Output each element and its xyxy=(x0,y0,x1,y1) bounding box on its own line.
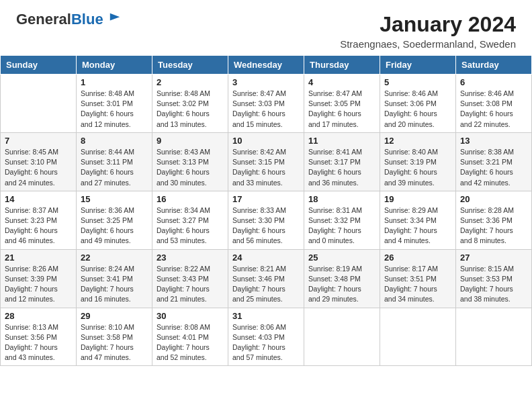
day-info: Sunrise: 8:29 AM Sunset: 3:34 PM Dayligh… xyxy=(384,205,451,246)
week-row-2: 7Sunrise: 8:45 AM Sunset: 3:10 PM Daylig… xyxy=(1,132,532,191)
week-row-1: 1Sunrise: 8:48 AM Sunset: 3:01 PM Daylig… xyxy=(1,75,532,133)
day-info: Sunrise: 8:37 AM Sunset: 3:23 PM Dayligh… xyxy=(5,205,72,246)
calendar-cell: 1Sunrise: 8:48 AM Sunset: 3:01 PM Daylig… xyxy=(77,75,152,133)
calendar-cell: 27Sunrise: 8:15 AM Sunset: 3:53 PM Dayli… xyxy=(456,249,532,308)
day-info: Sunrise: 8:06 AM Sunset: 4:03 PM Dayligh… xyxy=(232,322,300,363)
calendar-cell: 31Sunrise: 8:06 AM Sunset: 4:03 PM Dayli… xyxy=(228,308,304,366)
day-number: 31 xyxy=(232,311,300,321)
day-info: Sunrise: 8:34 AM Sunset: 3:27 PM Dayligh… xyxy=(157,205,224,246)
calendar-cell xyxy=(304,308,380,366)
day-info: Sunrise: 8:28 AM Sunset: 3:36 PM Dayligh… xyxy=(460,205,527,246)
day-number: 17 xyxy=(232,194,300,204)
week-row-4: 21Sunrise: 8:26 AM Sunset: 3:39 PM Dayli… xyxy=(1,249,532,308)
calendar-cell: 14Sunrise: 8:37 AM Sunset: 3:23 PM Dayli… xyxy=(1,191,77,249)
calendar-cell: 9Sunrise: 8:43 AM Sunset: 3:13 PM Daylig… xyxy=(152,132,228,191)
day-number: 1 xyxy=(81,77,148,87)
day-info: Sunrise: 8:33 AM Sunset: 3:30 PM Dayligh… xyxy=(232,205,300,246)
col-header-wednesday: Wednesday xyxy=(228,56,304,75)
day-info: Sunrise: 8:17 AM Sunset: 3:51 PM Dayligh… xyxy=(384,264,451,305)
calendar-cell: 18Sunrise: 8:31 AM Sunset: 3:32 PM Dayli… xyxy=(304,191,380,249)
day-info: Sunrise: 8:40 AM Sunset: 3:19 PM Dayligh… xyxy=(384,147,451,188)
col-header-monday: Monday xyxy=(77,56,152,75)
day-number: 9 xyxy=(157,136,224,146)
day-info: Sunrise: 8:26 AM Sunset: 3:39 PM Dayligh… xyxy=(5,264,72,305)
location-subtitle: Straengnaes, Soedermanland, Sweden xyxy=(340,38,516,50)
logo-blue: Blue xyxy=(71,11,103,28)
day-number: 25 xyxy=(308,253,375,263)
page-header: GeneralBlue January 2024 Straengnaes, So… xyxy=(0,0,532,55)
col-header-tuesday: Tuesday xyxy=(152,56,228,75)
day-number: 2 xyxy=(157,77,224,87)
calendar-cell xyxy=(456,308,532,366)
calendar-cell: 25Sunrise: 8:19 AM Sunset: 3:48 PM Dayli… xyxy=(304,249,380,308)
day-number: 26 xyxy=(384,253,451,263)
day-info: Sunrise: 8:24 AM Sunset: 3:41 PM Dayligh… xyxy=(81,264,148,305)
day-info: Sunrise: 8:10 AM Sunset: 3:58 PM Dayligh… xyxy=(81,322,148,363)
calendar-cell: 21Sunrise: 8:26 AM Sunset: 3:39 PM Dayli… xyxy=(1,249,77,308)
day-number: 11 xyxy=(308,136,375,146)
day-number: 3 xyxy=(232,77,300,87)
day-number: 19 xyxy=(384,194,451,204)
day-info: Sunrise: 8:45 AM Sunset: 3:10 PM Dayligh… xyxy=(5,147,72,188)
month-year-title: January 2024 xyxy=(340,12,516,37)
day-info: Sunrise: 8:15 AM Sunset: 3:53 PM Dayligh… xyxy=(460,264,527,305)
day-number: 30 xyxy=(157,311,224,321)
calendar-cell: 20Sunrise: 8:28 AM Sunset: 3:36 PM Dayli… xyxy=(456,191,532,249)
calendar-cell: 30Sunrise: 8:08 AM Sunset: 4:01 PM Dayli… xyxy=(152,308,228,366)
calendar-cell: 19Sunrise: 8:29 AM Sunset: 3:34 PM Dayli… xyxy=(380,191,456,249)
logo: GeneralBlue xyxy=(16,12,121,27)
calendar-cell xyxy=(380,308,456,366)
day-number: 13 xyxy=(460,136,527,146)
day-info: Sunrise: 8:48 AM Sunset: 3:01 PM Dayligh… xyxy=(81,89,148,130)
day-info: Sunrise: 8:38 AM Sunset: 3:21 PM Dayligh… xyxy=(460,147,527,188)
day-number: 12 xyxy=(384,136,451,146)
calendar-header-row: SundayMondayTuesdayWednesdayThursdayFrid… xyxy=(1,56,532,75)
day-number: 16 xyxy=(157,194,224,204)
day-number: 14 xyxy=(5,194,72,204)
day-info: Sunrise: 8:47 AM Sunset: 3:03 PM Dayligh… xyxy=(232,89,300,130)
day-info: Sunrise: 8:44 AM Sunset: 3:11 PM Dayligh… xyxy=(81,147,148,188)
calendar-cell: 23Sunrise: 8:22 AM Sunset: 3:43 PM Dayli… xyxy=(152,249,228,308)
day-info: Sunrise: 8:08 AM Sunset: 4:01 PM Dayligh… xyxy=(157,322,224,363)
week-row-3: 14Sunrise: 8:37 AM Sunset: 3:23 PM Dayli… xyxy=(1,191,532,249)
day-number: 21 xyxy=(5,253,72,263)
day-info: Sunrise: 8:46 AM Sunset: 3:08 PM Dayligh… xyxy=(460,89,527,130)
calendar-cell: 26Sunrise: 8:17 AM Sunset: 3:51 PM Dayli… xyxy=(380,249,456,308)
calendar-cell: 11Sunrise: 8:41 AM Sunset: 3:17 PM Dayli… xyxy=(304,132,380,191)
logo-general: General xyxy=(16,11,71,28)
day-number: 6 xyxy=(460,77,527,87)
col-header-saturday: Saturday xyxy=(456,56,532,75)
day-number: 22 xyxy=(81,253,148,263)
day-number: 7 xyxy=(5,136,72,146)
calendar-cell: 2Sunrise: 8:48 AM Sunset: 3:02 PM Daylig… xyxy=(152,75,228,133)
day-info: Sunrise: 8:36 AM Sunset: 3:25 PM Dayligh… xyxy=(81,205,148,246)
day-number: 15 xyxy=(81,194,148,204)
calendar-cell: 13Sunrise: 8:38 AM Sunset: 3:21 PM Dayli… xyxy=(456,132,532,191)
day-number: 28 xyxy=(5,311,72,321)
day-info: Sunrise: 8:46 AM Sunset: 3:06 PM Dayligh… xyxy=(384,89,451,130)
col-header-thursday: Thursday xyxy=(304,56,380,75)
calendar-cell: 22Sunrise: 8:24 AM Sunset: 3:41 PM Dayli… xyxy=(77,249,152,308)
day-number: 27 xyxy=(460,253,527,263)
day-info: Sunrise: 8:47 AM Sunset: 3:05 PM Dayligh… xyxy=(308,89,375,130)
logo-flag-icon xyxy=(109,12,121,24)
calendar-cell: 3Sunrise: 8:47 AM Sunset: 3:03 PM Daylig… xyxy=(228,75,304,133)
day-number: 4 xyxy=(308,77,375,87)
calendar-cell: 16Sunrise: 8:34 AM Sunset: 3:27 PM Dayli… xyxy=(152,191,228,249)
calendar-cell: 7Sunrise: 8:45 AM Sunset: 3:10 PM Daylig… xyxy=(1,132,77,191)
calendar-cell: 15Sunrise: 8:36 AM Sunset: 3:25 PM Dayli… xyxy=(77,191,152,249)
calendar-table: SundayMondayTuesdayWednesdayThursdayFrid… xyxy=(0,55,532,366)
day-info: Sunrise: 8:19 AM Sunset: 3:48 PM Dayligh… xyxy=(308,264,375,305)
day-info: Sunrise: 8:43 AM Sunset: 3:13 PM Dayligh… xyxy=(157,147,224,188)
calendar-cell: 6Sunrise: 8:46 AM Sunset: 3:08 PM Daylig… xyxy=(456,75,532,133)
day-number: 10 xyxy=(232,136,300,146)
day-info: Sunrise: 8:42 AM Sunset: 3:15 PM Dayligh… xyxy=(232,147,300,188)
title-block: January 2024 Straengnaes, Soedermanland,… xyxy=(340,12,516,50)
day-number: 29 xyxy=(81,311,148,321)
day-info: Sunrise: 8:41 AM Sunset: 3:17 PM Dayligh… xyxy=(308,147,375,188)
calendar-cell: 10Sunrise: 8:42 AM Sunset: 3:15 PM Dayli… xyxy=(228,132,304,191)
svg-marker-0 xyxy=(110,13,120,21)
day-number: 20 xyxy=(460,194,527,204)
day-info: Sunrise: 8:21 AM Sunset: 3:46 PM Dayligh… xyxy=(232,264,300,305)
day-number: 18 xyxy=(308,194,375,204)
